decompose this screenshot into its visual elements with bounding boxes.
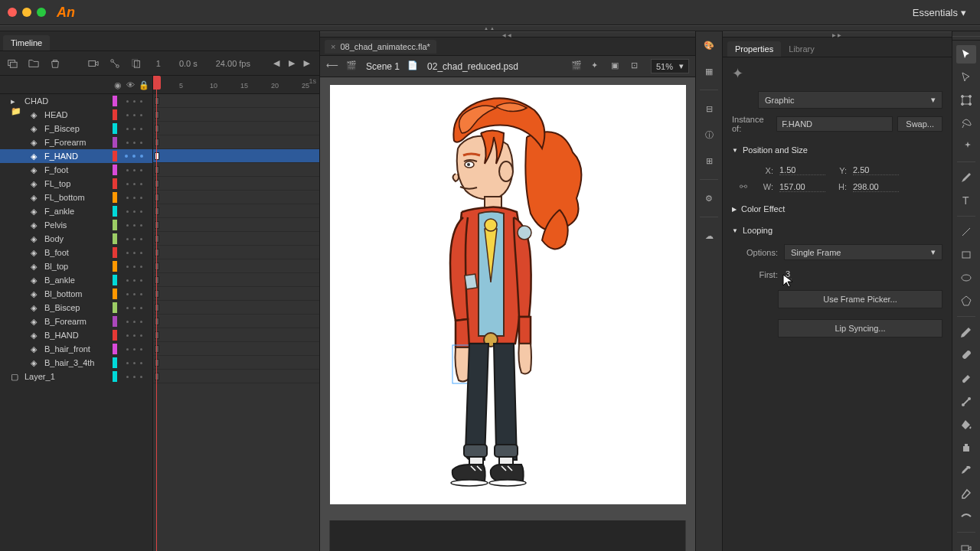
layer-color-chip[interactable] [113, 109, 117, 120]
layer-toggles[interactable] [120, 210, 148, 213]
parent-view-button[interactable] [109, 57, 121, 70]
layer-color-chip[interactable] [113, 316, 117, 327]
keyframe[interactable] [155, 180, 159, 187]
layer-toggles[interactable] [120, 252, 148, 254]
delete-layer-button[interactable] [49, 57, 61, 70]
swap-button[interactable]: Swap... [897, 116, 942, 132]
cc-libraries-icon[interactable]: ☁ [701, 228, 717, 243]
layer-color-chip[interactable] [113, 289, 117, 299]
canvas-viewport[interactable] [320, 77, 695, 551]
keyframe[interactable] [155, 276, 159, 284]
w-value[interactable]: 157.00 [779, 182, 825, 192]
layer-toggles[interactable] [120, 307, 148, 309]
library-tab[interactable]: Library [781, 41, 822, 57]
close-window-button[interactable] [8, 8, 17, 17]
layer-color-chip[interactable] [113, 137, 117, 148]
selection-tool[interactable] [956, 45, 976, 64]
layer-toggles[interactable] [120, 197, 148, 199]
layer-color-chip[interactable] [113, 371, 117, 382]
layer-color-chip[interactable] [113, 302, 117, 313]
layer-toggles[interactable] [120, 114, 148, 116]
position-size-section[interactable]: ▼ Position and Size [732, 145, 942, 155]
edit-symbol-button[interactable]: ✦ [591, 60, 603, 73]
scene-name[interactable]: Scene 1 [366, 61, 400, 72]
layer-color-chip[interactable] [113, 247, 117, 258]
keyframe[interactable] [155, 139, 159, 146]
keyframe[interactable] [155, 166, 159, 174]
color-panel-icon[interactable]: 🎨 [701, 37, 717, 53]
frame-row[interactable] [153, 273, 319, 287]
layer-color-chip[interactable] [113, 233, 117, 244]
frame-row[interactable] [153, 191, 319, 204]
layer-toggles[interactable] [120, 279, 148, 282]
looping-section[interactable]: ▼ Looping [732, 226, 942, 235]
frame-row[interactable] [153, 149, 319, 163]
keyframe[interactable] [155, 262, 159, 270]
tools-collapse[interactable] [952, 36, 980, 41]
layer-color-chip[interactable] [113, 123, 117, 134]
frame-grid[interactable]: 1s 1 5 10 15 20 25 [153, 76, 319, 551]
frame-row[interactable] [153, 342, 319, 356]
frame-row[interactable] [153, 94, 319, 108]
layer-color-chip[interactable] [113, 206, 117, 217]
ink-bottle-tool[interactable] [956, 439, 976, 457]
layer-row[interactable]: ◈F_Biscep [0, 122, 152, 135]
keyframe[interactable] [155, 304, 159, 311]
frame-ruler[interactable]: 1s 1 5 10 15 20 25 [153, 76, 319, 94]
keyframe[interactable] [155, 235, 159, 243]
keyframe[interactable] [155, 331, 159, 339]
layer-toggles[interactable] [120, 266, 148, 268]
camera-tool[interactable] [956, 539, 976, 551]
layer-toggles[interactable] [120, 155, 148, 158]
oval-tool[interactable] [956, 269, 976, 287]
paint-brush-tool[interactable] [956, 369, 976, 387]
layer-row[interactable]: ◈B_foot [0, 246, 152, 259]
layer-row[interactable]: ◈Body [0, 232, 152, 246]
frame-row[interactable] [153, 259, 319, 273]
keyframe[interactable] [155, 125, 159, 132]
keyframe[interactable] [155, 111, 159, 119]
keyframe[interactable] [155, 152, 159, 160]
layer-row[interactable]: ▸📁CHAD [0, 94, 152, 108]
layer-row[interactable]: ◈HEAD [0, 108, 152, 122]
layer-color-chip[interactable] [113, 275, 117, 285]
layer-row[interactable]: ◈F_ankle [0, 204, 152, 218]
layer-toggles[interactable] [120, 334, 148, 337]
pen-tool[interactable] [956, 168, 976, 187]
layer-row[interactable]: ◈B_HAND [0, 328, 152, 342]
layer-row[interactable]: ▢Layer_1 [0, 370, 152, 383]
lock-icon[interactable]: 🔒 [139, 80, 148, 90]
lasso-tool[interactable] [956, 114, 976, 132]
stage-collapse-strip[interactable]: ◀◀ [320, 31, 695, 37]
zoom-input[interactable]: 51% ▾ [651, 59, 689, 73]
layer-row[interactable]: ◈B_ankle [0, 273, 152, 287]
layer-toggles[interactable] [120, 169, 148, 171]
keyframe[interactable] [155, 290, 159, 298]
layer-toggles[interactable] [120, 293, 148, 295]
layer-row[interactable]: ◈FL_top [0, 177, 152, 191]
prev-frame-button[interactable]: ◀ [270, 57, 283, 70]
layer-row[interactable]: ◈F_HAND [0, 149, 152, 163]
clip-content-button[interactable]: ▣ [611, 60, 623, 73]
lip-syncing-button[interactable]: Lip Syncing... [778, 319, 942, 337]
frame-row[interactable] [153, 108, 319, 122]
props-collapse-strip[interactable]: ▶▶ [723, 31, 952, 37]
eyedropper-tool[interactable] [956, 461, 976, 480]
stage-canvas[interactable] [330, 85, 686, 504]
align-panel-icon[interactable]: ⊟ [701, 101, 717, 116]
frame-row[interactable] [153, 163, 319, 177]
layer-color-chip[interactable] [113, 330, 117, 341]
layer-toggles[interactable] [120, 142, 148, 144]
keyframe[interactable] [155, 318, 159, 325]
eraser-tool[interactable] [956, 484, 976, 503]
paint-bucket-tool[interactable] [956, 416, 976, 434]
frame-row[interactable] [153, 122, 319, 135]
frame-row[interactable] [153, 232, 319, 246]
next-frame-button[interactable]: ◀ [301, 57, 313, 70]
loop-options-dropdown[interactable]: Single Frame ▾ [784, 244, 942, 260]
swatches-panel-icon[interactable]: ▦ [701, 64, 717, 79]
frame-row[interactable] [153, 370, 319, 383]
fit-window-button[interactable]: ⊡ [631, 60, 643, 73]
frame-row[interactable] [153, 218, 319, 232]
back-button[interactable]: ⟵ [326, 60, 338, 73]
